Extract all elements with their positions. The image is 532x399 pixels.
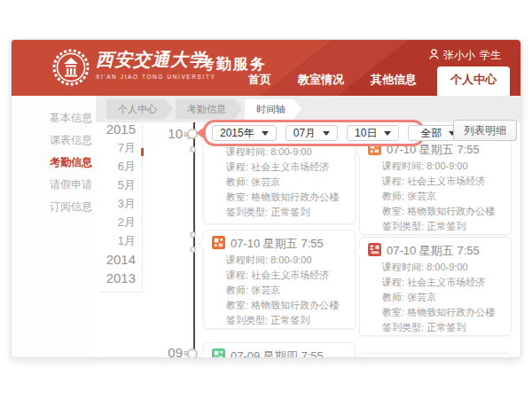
user-name: 张小小 — [443, 48, 475, 63]
university-name-en: XI'AN JIAO TONG UNIVERSITY — [96, 74, 215, 80]
chevron-down-icon — [262, 131, 269, 136]
attendance-stamp-icon — [368, 243, 381, 259]
nav-item-classrooms[interactable]: 教室情况 — [285, 72, 357, 96]
user-icon — [429, 49, 439, 62]
university-name-cn: 西安交通大学 — [96, 48, 215, 72]
card-title: 07-09 星期四 7:55 — [231, 348, 324, 358]
breadcrumb-attendance-info[interactable]: 考勤信息 — [176, 99, 242, 120]
sidebar-item-basic-info[interactable]: 基本信息 — [12, 107, 96, 129]
nav-item-other-info[interactable]: 其他信息 — [357, 72, 430, 96]
card-title: 07-10 星期五 7:55 — [387, 243, 480, 259]
nav-item-personal-center[interactable]: 个人中心 — [437, 66, 510, 96]
main-nav: 首页 教室情况 其他信息 个人中心 — [235, 66, 510, 96]
timeline-rail — [193, 122, 195, 357]
attendance-card-partial: 07-09 星期四 7:55 — [203, 342, 356, 358]
university-logo — [52, 49, 90, 86]
timeline-node — [190, 146, 196, 153]
chevron-down-icon — [384, 131, 391, 136]
timeline-node — [190, 231, 196, 238]
attendance-card: 07-10 星期五 7:55 课程时间: 8:00-9:00 课程: 社会主义市… — [203, 230, 356, 329]
breadcrumb-personal-center[interactable]: 个人中心 — [106, 99, 173, 120]
scale-month-jul[interactable]: 7月 — [99, 138, 136, 157]
attendance-stamp-icon — [212, 348, 225, 358]
day-marker-10: 10号 — [160, 126, 191, 142]
app-window: 西安交通大学 XI'AN JIAO TONG UNIVERSITY 考勤服务 张… — [11, 39, 521, 358]
scale-month-jun[interactable]: 6月 — [99, 157, 136, 176]
chevron-down-icon — [323, 131, 330, 136]
breadcrumb: 个人中心 考勤信息 时间轴 — [96, 96, 520, 122]
attendance-card: 07-10 星期五 7:55 课程时间: 8:00-9:00 课程: 社会主义市… — [359, 136, 512, 235]
card-title: 07-10 星期五 7:55 — [231, 236, 324, 252]
scale-month-jan[interactable]: 1月 — [99, 231, 136, 250]
filter-callout: 2015年 07月 10日 全部 — [203, 120, 425, 146]
timeline-node-day09 — [187, 348, 198, 358]
attendance-stamp-icon — [212, 236, 225, 252]
app-header: 西安交通大学 XI'AN JIAO TONG UNIVERSITY 考勤服务 张… — [12, 40, 520, 96]
sidebar-item-attendance[interactable]: 考勤信息 — [12, 152, 96, 174]
sidebar-item-subscription[interactable]: 订阅信息 — [12, 196, 96, 218]
scale-year-2014[interactable]: 2014 — [99, 250, 136, 269]
scale-year-2013[interactable]: 2013 — [99, 269, 136, 287]
day-marker-09: 09号 — [160, 345, 191, 358]
nav-item-home[interactable]: 首页 — [235, 72, 285, 96]
sidebar-item-schedule[interactable]: 课表信息 — [12, 129, 96, 152]
attendance-card: 07-10 星期五 7:55 课程时间: 8:00-9:00 课程: 社会主义市… — [359, 237, 512, 336]
page: 西安交通大学 XI'AN JIAO TONG UNIVERSITY 考勤服务 张… — [0, 0, 532, 399]
timeline-scale: 2015 7月 6月 5月 3月 2月 1月 2014 2013 — [99, 120, 143, 293]
year-select[interactable]: 2015年 — [212, 125, 277, 141]
scale-month-feb[interactable]: 2月 — [99, 213, 136, 231]
month-select[interactable]: 07月 — [286, 125, 338, 141]
scale-month-mar[interactable]: 3月 — [99, 194, 136, 213]
sidebar-item-leave-request[interactable]: 请假申请 — [12, 174, 96, 196]
sidebar: 基本信息 课表信息 考勤信息 请假申请 订阅信息 — [12, 96, 96, 357]
day-select[interactable]: 10日 — [347, 125, 399, 141]
university-name-block: 西安交通大学 XI'AN JIAO TONG UNIVERSITY — [96, 48, 215, 80]
scale-year-2015[interactable]: 2015 — [99, 120, 136, 138]
user-role: 学生 — [480, 48, 501, 63]
timeline-node — [190, 246, 196, 253]
list-detail-button[interactable]: 列表明细 — [453, 120, 517, 141]
current-month-tick — [141, 148, 144, 156]
user-account[interactable]: 张小小 学生 — [429, 48, 501, 63]
attendance-card-partial — [359, 353, 512, 358]
breadcrumb-timeline[interactable]: 时间轴 — [245, 99, 301, 120]
scale-month-may[interactable]: 5月 — [99, 176, 136, 194]
